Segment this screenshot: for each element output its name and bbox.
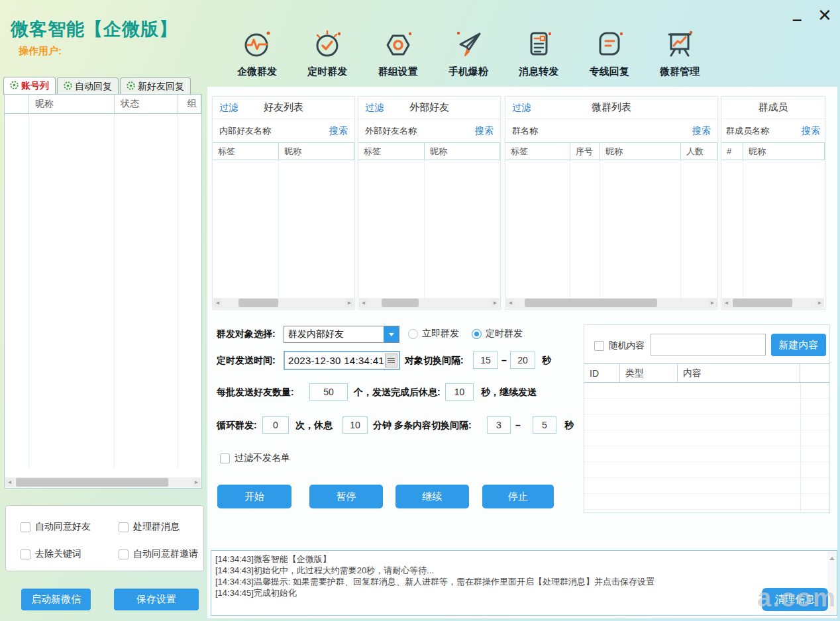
search-link[interactable]: 搜索 — [329, 125, 348, 137]
datetime-input[interactable]: 2023-12-30 14:34:41 — [284, 351, 400, 370]
column-header-tag[interactable]: 标签 — [213, 143, 279, 160]
scroll-thumb[interactable] — [733, 299, 792, 307]
loop-count-input[interactable] — [262, 416, 289, 434]
switch-min-input[interactable] — [487, 416, 511, 434]
switch-max-input[interactable] — [533, 416, 556, 434]
toolbar-item-group-settings[interactable]: 群组设置 — [373, 28, 423, 78]
scroll-thumb[interactable] — [16, 478, 168, 487]
scroll-right-arrow-icon[interactable]: ► — [192, 478, 201, 487]
log-vscrollbar[interactable] — [827, 551, 836, 614]
column-header-nickname[interactable]: 昵称 — [425, 143, 500, 160]
column-header-type[interactable]: 类型 — [620, 364, 678, 382]
scroll-thumb[interactable] — [382, 299, 419, 307]
option-auto-accept-friend[interactable]: 自动同意好友 — [21, 521, 91, 533]
target-select-dropdown[interactable]: 群发内部好友 — [284, 326, 399, 343]
panel-table-body[interactable] — [505, 160, 717, 298]
scroll-right-arrow-icon[interactable]: ► — [815, 299, 824, 307]
start-button[interactable]: 开始 — [217, 485, 291, 508]
column-header-tag[interactable]: 标签 — [358, 143, 425, 160]
checkbox[interactable] — [21, 522, 30, 532]
search-link[interactable]: 搜索 — [802, 125, 820, 137]
loop-rest-input[interactable] — [342, 416, 368, 434]
panel-table-body[interactable] — [213, 160, 354, 298]
column-header-id[interactable]: ID — [584, 364, 620, 382]
checkbox[interactable] — [119, 549, 129, 559]
checkbox[interactable] — [594, 341, 604, 351]
calendar-icon[interactable] — [385, 354, 397, 367]
filter-link[interactable]: 过滤 — [219, 102, 238, 114]
start-new-wechat-button[interactable]: 启动新微信 — [21, 589, 91, 610]
account-table-body[interactable] — [5, 114, 201, 469]
close-button[interactable]: ✕ — [817, 7, 832, 24]
radio-send-now[interactable]: 立即群发 — [408, 328, 459, 340]
toolbar-item-line-reply[interactable]: 专线回复 — [584, 28, 635, 78]
column-header-tag[interactable]: 标签 — [505, 143, 570, 160]
scroll-left-arrow-icon[interactable]: ◄ — [5, 478, 14, 487]
scroll-right-arrow-icon[interactable]: ► — [708, 299, 717, 307]
panel-table-body[interactable] — [358, 160, 500, 298]
column-header-count[interactable]: 人数 — [681, 143, 717, 160]
stop-button[interactable]: 停止 — [482, 485, 554, 508]
column-header-nickname[interactable]: 昵称 — [29, 95, 115, 113]
column-header-index[interactable]: # — [721, 143, 743, 160]
filter-link[interactable]: 过滤 — [365, 102, 384, 114]
column-header-nickname[interactable]: 昵称 — [279, 143, 354, 160]
checkbox[interactable] — [220, 454, 230, 463]
option-handle-group-message[interactable]: 处理群消息 — [119, 521, 180, 533]
scroll-left-arrow-icon[interactable]: ◄ — [722, 299, 731, 307]
minimize-button[interactable]: – — [792, 11, 802, 28]
tab-account-list[interactable]: 账号列 — [3, 77, 56, 95]
radio-icon[interactable] — [408, 329, 418, 339]
panel-table-body[interactable] — [721, 160, 825, 298]
filter-link[interactable]: 过滤 — [512, 102, 531, 114]
toolbar-item-timed-mass-send[interactable]: 定时群发 — [302, 28, 352, 78]
panel-hscrollbar[interactable]: ◄ ► — [506, 298, 717, 308]
tab-new-friend-reply[interactable]: 新好友回复 — [120, 77, 191, 95]
radio-send-timed[interactable]: 定时群发 — [472, 328, 523, 340]
scroll-thumb[interactable] — [525, 299, 657, 307]
scroll-left-arrow-icon[interactable]: ◄ — [213, 299, 222, 307]
toolbar-item-message-forward[interactable]: 消息转发 — [513, 28, 564, 78]
column-header-extra[interactable] — [800, 364, 829, 382]
toolbar-item-group-manage[interactable]: 微群管理 — [655, 28, 705, 78]
save-settings-button[interactable]: 保存设置 — [114, 589, 199, 610]
scroll-left-arrow-icon[interactable]: ◄ — [506, 299, 515, 307]
batch-count-input[interactable] — [309, 383, 348, 401]
column-header-status[interactable]: 状态 — [115, 95, 178, 113]
panel-hscrollbar[interactable]: ◄ ► — [213, 298, 354, 308]
content-input[interactable] — [651, 334, 766, 356]
radio-selected-icon[interactable] — [472, 329, 482, 339]
option-auto-accept-group-invite[interactable]: 自动同意群邀请 — [119, 548, 198, 560]
panel-hscrollbar[interactable]: ◄ ► — [359, 298, 499, 308]
scroll-left-arrow-icon[interactable]: ◄ — [359, 299, 368, 307]
clear-log-button[interactable]: 清理信息 — [762, 588, 828, 611]
column-header[interactable] — [5, 95, 29, 113]
toolbar-item-qiwei-mass-send[interactable]: 企微群发 — [232, 28, 282, 78]
scroll-right-arrow-icon[interactable]: ► — [491, 299, 499, 307]
column-header-index[interactable]: 序号 — [570, 143, 600, 160]
interval-min-input[interactable] — [473, 352, 498, 369]
log-area[interactable]: [14:34:43]微客智能【企微版】 [14:34:43]初始化中，此过程大约… — [211, 550, 837, 616]
tab-auto-reply[interactable]: 自动回复 — [57, 77, 119, 95]
option-random-content[interactable]: 随机内容 — [594, 340, 645, 352]
checkbox[interactable] — [119, 522, 129, 532]
scroll-thumb[interactable] — [238, 299, 278, 307]
batch-rest-input[interactable] — [445, 383, 474, 401]
checkbox[interactable] — [21, 549, 30, 559]
option-filter-no-send-list[interactable]: 过滤不发名单 — [220, 452, 290, 464]
new-content-button[interactable]: 新建内容 — [771, 334, 826, 356]
interval-max-input[interactable] — [510, 352, 535, 369]
panel-hscrollbar[interactable]: ◄ ► — [722, 298, 824, 308]
continue-button[interactable]: 继续 — [395, 485, 469, 508]
toolbar-item-phone-fans[interactable]: 手机爆粉 — [443, 28, 494, 78]
column-header-content[interactable]: 内容 — [678, 364, 800, 382]
column-header-nickname[interactable]: 昵称 — [743, 143, 825, 160]
column-header-nickname[interactable]: 昵称 — [600, 143, 681, 160]
pause-button[interactable]: 暂停 — [309, 485, 383, 508]
account-table-hscrollbar[interactable]: ◄ ► — [5, 477, 201, 487]
content-table-body[interactable] — [584, 383, 829, 512]
search-link[interactable]: 搜索 — [692, 125, 711, 137]
search-link[interactable]: 搜索 — [475, 125, 494, 137]
scroll-right-arrow-icon[interactable]: ► — [345, 299, 354, 307]
chevron-down-icon[interactable] — [384, 326, 399, 342]
